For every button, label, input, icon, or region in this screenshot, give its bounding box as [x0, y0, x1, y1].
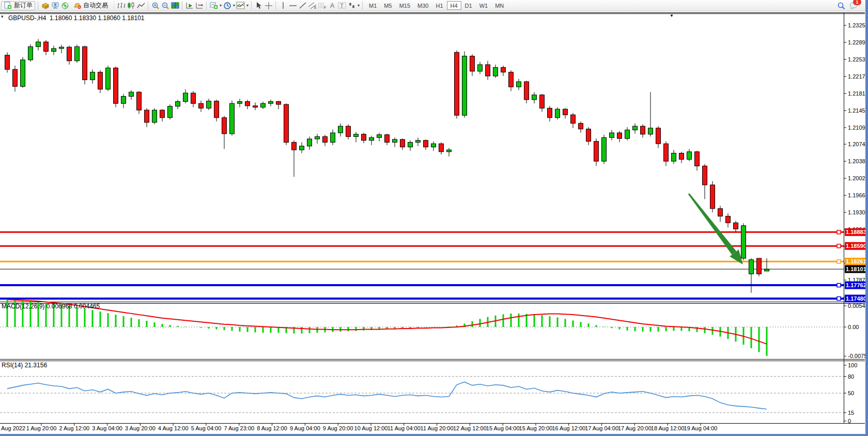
- svg-text:4 Aug 12:00: 4 Aug 12:00: [158, 425, 189, 431]
- svg-text:15 Aug 04:00: 15 Aug 04:00: [486, 425, 520, 431]
- svg-text:19 Aug 04:00: 19 Aug 04:00: [684, 425, 718, 431]
- rsi-axis: 1008050150: [844, 362, 857, 424]
- pane-frames: [0, 13, 865, 424]
- svg-text:8 Aug 12:00: 8 Aug 12:00: [257, 425, 287, 431]
- svg-text:10 Aug 12:00: 10 Aug 12:00: [354, 425, 388, 431]
- svg-text:100: 100: [848, 362, 857, 368]
- level-lines: [0, 230, 844, 301]
- svg-text:50: 50: [848, 390, 854, 396]
- rsi-pane: [0, 377, 844, 413]
- macd-name: MACD(12,26,9): [2, 303, 44, 310]
- svg-text:0.00: 0.00: [848, 324, 859, 330]
- svg-text:80: 80: [848, 373, 854, 380]
- svg-text:9 Aug 20:00: 9 Aug 20:00: [323, 425, 353, 431]
- macd-axis: 0.0054930.00-0.007562: [844, 303, 868, 359]
- svg-text:5 Aug 04:00: 5 Aug 04:00: [191, 425, 222, 431]
- chart-canvas[interactable]: 1.232501.228901.225301.221701.218101.214…: [0, 0, 868, 436]
- svg-text:17 Aug 04:00: 17 Aug 04:00: [585, 425, 618, 431]
- macd-indicator-label: MACD(12,26,9) 0.006968 0.004465: [2, 303, 100, 310]
- svg-text:12 Aug 12:00: 12 Aug 12:00: [453, 425, 487, 431]
- chart-symbol-period: GBPUSD-,H4: [8, 14, 46, 22]
- svg-text:1.18883: 1.18883: [846, 229, 866, 235]
- svg-text:1 Aug 20:00: 1 Aug 20:00: [26, 425, 57, 431]
- rsi-indicator-label: RSI(14) 21.3156: [2, 362, 47, 369]
- svg-text:2 Aug 12:00: 2 Aug 12:00: [59, 425, 89, 431]
- svg-text:1.17762: 1.17762: [846, 282, 866, 288]
- svg-text:1.18101: 1.18101: [846, 266, 866, 272]
- chart-shift-marker[interactable]: ▼: [670, 13, 674, 18]
- price-badges: 1.188831.185901.182611.181011.177621.174…: [845, 228, 867, 303]
- svg-text:3 Aug 04:00: 3 Aug 04:00: [92, 425, 122, 431]
- svg-text:9 Aug 04:00: 9 Aug 04:00: [290, 425, 320, 431]
- chart-ohlc-values: 1.18060 1.18330 1.18060 1.18101: [50, 14, 145, 22]
- svg-text:17 Aug 20:00: 17 Aug 20:00: [618, 425, 652, 431]
- rsi-value: 21.3156: [25, 362, 47, 369]
- svg-text:11 Aug 04:00: 11 Aug 04:00: [388, 425, 421, 431]
- svg-text:1.18590: 1.18590: [846, 243, 866, 249]
- macd-pane: [0, 300, 844, 356]
- svg-text:1.18261: 1.18261: [846, 258, 866, 264]
- svg-text:15 Aug 20:00: 15 Aug 20:00: [519, 425, 553, 431]
- window-edge-right: [865, 0, 868, 436]
- time-axis: Aug 20221 Aug 20:002 Aug 12:003 Aug 04:0…: [1, 424, 717, 431]
- svg-text:3 Aug 20:00: 3 Aug 20:00: [125, 425, 156, 431]
- svg-text:1.17480: 1.17480: [846, 295, 866, 302]
- svg-text:0: 0: [848, 418, 851, 424]
- svg-text:18 Aug 12:00: 18 Aug 12:00: [651, 425, 685, 431]
- svg-text:15: 15: [848, 410, 854, 416]
- svg-text:7 Aug 23:00: 7 Aug 23:00: [224, 425, 254, 431]
- macd-values: 0.006968 0.004465: [47, 303, 100, 310]
- rsi-name: RSI(14): [2, 362, 23, 369]
- chart-menu-caret[interactable]: ▾: [1, 14, 4, 19]
- chart-title: GBPUSD-,H4 1.18060 1.18330 1.18060 1.181…: [8, 14, 145, 22]
- svg-text:11 Aug 20:00: 11 Aug 20:00: [421, 425, 454, 431]
- candles: [5, 39, 769, 293]
- svg-text:Aug 2022: Aug 2022: [1, 425, 25, 431]
- svg-text:16 Aug 12:00: 16 Aug 12:00: [552, 425, 585, 431]
- window-edge-bottom: [0, 434, 868, 436]
